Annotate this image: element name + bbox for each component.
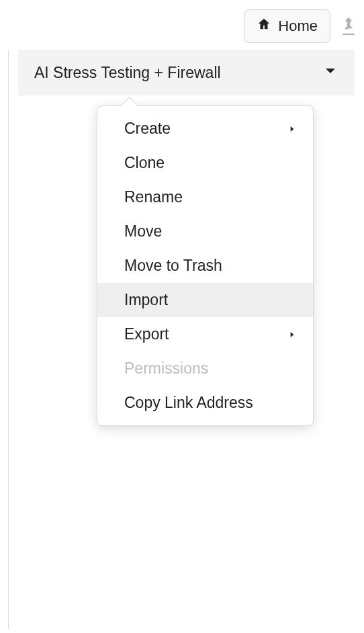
pin-icon xyxy=(340,16,357,36)
collection-header[interactable]: AI Stress Testing + Firewall xyxy=(18,50,355,95)
context-menu: CreateCloneRenameMoveMove to TrashImport… xyxy=(97,106,314,426)
menu-item-import[interactable]: Import xyxy=(97,283,313,317)
menu-item-label: Permissions xyxy=(124,360,208,378)
svg-rect-0 xyxy=(343,34,354,35)
chevron-right-icon xyxy=(287,120,297,138)
menu-item-clone[interactable]: Clone xyxy=(97,146,313,180)
menu-item-label: Move to Trash xyxy=(124,257,222,275)
menu-item-move[interactable]: Move xyxy=(97,214,313,249)
top-bar: Home xyxy=(0,0,364,50)
menu-item-permissions: Permissions xyxy=(97,351,313,386)
menu-item-label: Rename xyxy=(124,188,183,206)
menu-item-export[interactable]: Export xyxy=(97,317,313,351)
menu-item-rename[interactable]: Rename xyxy=(97,180,313,214)
menu-item-label: Clone xyxy=(124,154,165,172)
menu-item-label: Create xyxy=(124,120,171,138)
menu-item-copy-link-address[interactable]: Copy Link Address xyxy=(97,386,313,420)
home-label: Home xyxy=(278,17,318,35)
menu-item-label: Export xyxy=(124,325,169,343)
menu-item-move-to-trash[interactable]: Move to Trash xyxy=(97,249,313,283)
chevron-right-icon xyxy=(287,325,297,343)
menu-item-label: Import xyxy=(124,291,168,309)
collection-title: AI Stress Testing + Firewall xyxy=(34,64,221,82)
menu-item-label: Copy Link Address xyxy=(124,394,253,412)
menu-item-label: Move xyxy=(124,222,162,241)
menu-item-create[interactable]: Create xyxy=(97,112,313,146)
chevron-down-icon xyxy=(322,63,338,82)
pin-button[interactable] xyxy=(340,16,357,36)
home-icon xyxy=(257,17,271,36)
home-button[interactable]: Home xyxy=(244,9,330,43)
